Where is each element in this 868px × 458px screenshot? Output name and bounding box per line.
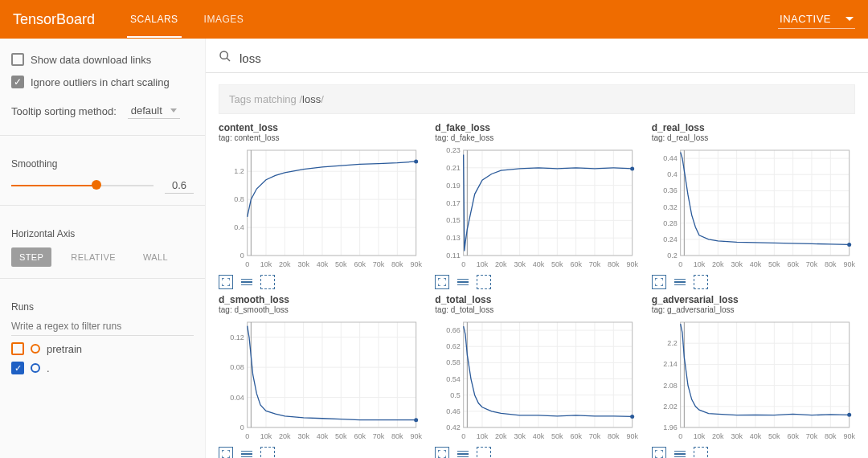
- expand-icon[interactable]: [435, 447, 449, 458]
- svg-text:0.46: 0.46: [446, 407, 461, 415]
- svg-text:0.58: 0.58: [446, 358, 461, 366]
- run-color-dot: [31, 344, 40, 354]
- svg-text:0.5: 0.5: [450, 391, 461, 399]
- chart-tag: tag: content_loss: [219, 133, 422, 142]
- header-tabs: SCALARS IMAGES: [127, 1, 247, 38]
- svg-text:2.02: 2.02: [663, 403, 678, 411]
- chart-title: d_smooth_loss: [219, 294, 422, 305]
- svg-text:0.4: 0.4: [667, 170, 678, 178]
- toggle-y-log-icon[interactable]: [456, 275, 470, 289]
- sidebar: Show data download links ✓ Ignore outlie…: [0, 39, 206, 458]
- tag-search-input[interactable]: [240, 51, 855, 65]
- tag-match-bar[interactable]: Tags matching /loss/: [219, 84, 855, 114]
- run-color-dot: [31, 363, 40, 373]
- svg-rect-104: [680, 150, 849, 256]
- fit-domain-icon[interactable]: [694, 275, 708, 289]
- svg-rect-172: [464, 322, 633, 427]
- svg-text:90k: 90k: [410, 260, 422, 268]
- svg-text:60k: 60k: [571, 260, 583, 268]
- smoothing-value-input[interactable]: 0.6: [165, 178, 194, 194]
- run-item-default[interactable]: ✓ .: [11, 362, 194, 374]
- svg-text:0.24: 0.24: [663, 235, 678, 243]
- axis-step-button[interactable]: STEP: [11, 247, 51, 267]
- svg-text:0.19: 0.19: [446, 182, 461, 190]
- tooltip-sort-value: default: [131, 104, 162, 117]
- svg-text:70k: 70k: [373, 432, 385, 440]
- svg-text:20k: 20k: [712, 260, 724, 268]
- svg-text:80k: 80k: [825, 432, 837, 440]
- fit-domain-icon[interactable]: [477, 447, 491, 458]
- toggle-y-log-icon[interactable]: [673, 447, 687, 458]
- run-name: pretrain: [47, 343, 82, 355]
- svg-text:70k: 70k: [805, 260, 817, 268]
- svg-text:30k: 30k: [514, 260, 526, 268]
- run-item-pretrain[interactable]: pretrain: [11, 342, 194, 355]
- chart-actions: [219, 275, 422, 289]
- fit-domain-icon[interactable]: [260, 447, 275, 458]
- svg-text:0.28: 0.28: [663, 219, 678, 227]
- svg-text:70k: 70k: [373, 260, 385, 268]
- toggle-y-log-icon[interactable]: [456, 447, 470, 458]
- expand-icon[interactable]: [652, 447, 666, 458]
- svg-text:40k: 40k: [749, 260, 761, 268]
- axis-wall-button[interactable]: WALL: [135, 247, 176, 267]
- tag-match-prefix: Tags matching /: [229, 93, 302, 105]
- toggle-y-log-icon[interactable]: [240, 275, 254, 289]
- svg-text:60k: 60k: [354, 432, 366, 440]
- svg-text:10k: 10k: [693, 260, 705, 268]
- search-icon: [219, 50, 231, 66]
- tag-search: [206, 39, 868, 73]
- svg-text:0.23: 0.23: [446, 146, 461, 154]
- svg-text:0.4: 0.4: [234, 223, 244, 231]
- svg-text:80k: 80k: [391, 260, 403, 268]
- smoothing-slider[interactable]: [11, 184, 154, 187]
- svg-text:30k: 30k: [297, 432, 309, 440]
- expand-icon[interactable]: [652, 275, 666, 289]
- chevron-down-icon: [170, 108, 177, 112]
- expand-icon[interactable]: [435, 275, 449, 289]
- expand-icon[interactable]: [219, 447, 233, 458]
- svg-text:20k: 20k: [712, 432, 724, 440]
- svg-text:0.13: 0.13: [446, 234, 461, 242]
- tab-images[interactable]: IMAGES: [201, 1, 248, 38]
- checkbox-icon: [11, 342, 24, 355]
- svg-text:60k: 60k: [571, 432, 583, 440]
- chevron-down-icon: [845, 17, 854, 21]
- runs-filter-input[interactable]: [11, 317, 194, 336]
- fit-domain-icon[interactable]: [477, 275, 491, 289]
- tag-match-query: loss: [302, 93, 321, 105]
- inactive-dropdown[interactable]: INACTIVE: [778, 10, 855, 29]
- tooltip-sort-dropdown[interactable]: default: [128, 103, 180, 119]
- svg-text:30k: 30k: [297, 260, 309, 268]
- svg-text:0: 0: [678, 260, 682, 268]
- toggle-y-log-icon[interactable]: [240, 447, 254, 458]
- svg-text:40k: 40k: [317, 260, 329, 268]
- axis-relative-button[interactable]: RELATIVE: [63, 247, 124, 267]
- smoothing-label: Smoothing: [11, 158, 194, 170]
- download-links-checkbox[interactable]: Show data download links: [11, 53, 194, 66]
- svg-text:80k: 80k: [825, 260, 837, 268]
- svg-text:50k: 50k: [335, 260, 347, 268]
- fit-domain-icon[interactable]: [694, 447, 708, 458]
- tab-scalars[interactable]: SCALARS: [127, 1, 182, 38]
- svg-text:0.21: 0.21: [446, 164, 461, 172]
- toggle-y-log-icon[interactable]: [673, 275, 687, 289]
- ignore-outliers-checkbox[interactable]: ✓ Ignore outliers in chart scaling: [11, 76, 194, 88]
- fit-domain-icon[interactable]: [260, 275, 275, 289]
- svg-text:0: 0: [678, 432, 682, 440]
- svg-text:0.54: 0.54: [446, 375, 461, 383]
- svg-text:60k: 60k: [354, 260, 366, 268]
- run-name: .: [47, 362, 50, 374]
- chart-tag: tag: d_fake_loss: [435, 133, 638, 142]
- svg-rect-205: [680, 322, 849, 427]
- svg-text:30k: 30k: [731, 260, 743, 268]
- chart-actions: [435, 275, 638, 289]
- expand-icon[interactable]: [219, 275, 233, 289]
- svg-text:0.62: 0.62: [446, 342, 461, 350]
- svg-text:50k: 50k: [551, 260, 563, 268]
- chart-title: d_fake_loss: [435, 122, 638, 133]
- svg-point-207: [847, 413, 851, 417]
- svg-text:80k: 80k: [391, 432, 403, 440]
- svg-text:0.36: 0.36: [663, 186, 678, 194]
- svg-text:90k: 90k: [627, 260, 639, 268]
